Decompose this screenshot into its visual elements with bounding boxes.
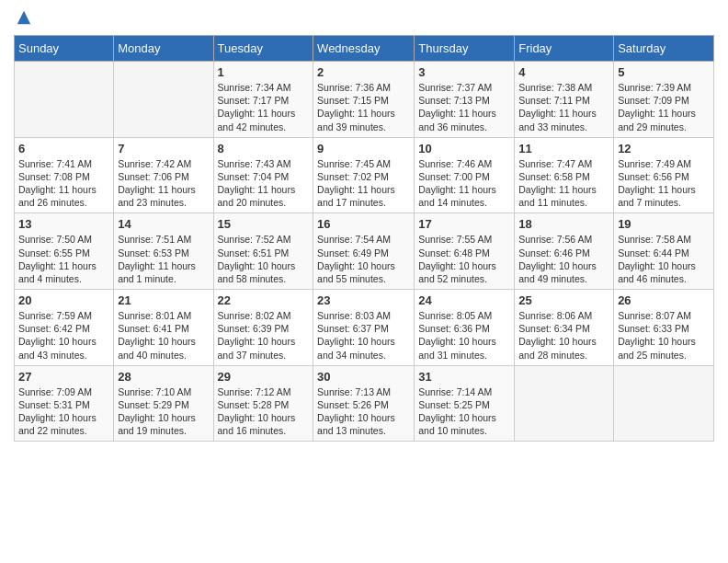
day-number: 4: [518, 65, 609, 79]
calendar-cell: 17Sunrise: 7:55 AM Sunset: 6:48 PM Dayli…: [415, 213, 515, 290]
weekday-header: Wednesday: [313, 36, 415, 62]
day-info: Sunrise: 7:49 AM Sunset: 6:56 PM Dayligh…: [618, 157, 710, 210]
day-info: Sunrise: 7:43 AM Sunset: 7:04 PM Dayligh…: [218, 157, 310, 210]
calendar-cell: 4Sunrise: 7:38 AM Sunset: 7:11 PM Daylig…: [515, 62, 614, 138]
weekday-header: Friday: [515, 36, 614, 62]
weekday-header: Sunday: [15, 36, 114, 62]
day-info: Sunrise: 7:36 AM Sunset: 7:15 PM Dayligh…: [317, 81, 410, 133]
calendar-week-row: 6Sunrise: 7:41 AM Sunset: 7:08 PM Daylig…: [15, 137, 714, 213]
calendar-cell: 19Sunrise: 7:58 AM Sunset: 6:44 PM Dayli…: [614, 213, 714, 290]
calendar-cell: 13Sunrise: 7:50 AM Sunset: 6:55 PM Dayli…: [15, 213, 114, 290]
logo: [14, 9, 32, 26]
calendar-cell: 18Sunrise: 7:56 AM Sunset: 6:46 PM Dayli…: [515, 213, 614, 290]
day-number: 16: [317, 217, 410, 231]
calendar-cell: 27Sunrise: 7:09 AM Sunset: 5:31 PM Dayli…: [15, 365, 114, 442]
calendar-cell: 1Sunrise: 7:34 AM Sunset: 7:17 PM Daylig…: [213, 62, 313, 138]
day-info: Sunrise: 7:58 AM Sunset: 6:44 PM Dayligh…: [618, 233, 710, 285]
day-info: Sunrise: 7:41 AM Sunset: 7:08 PM Dayligh…: [18, 157, 109, 210]
weekday-header: Monday: [114, 36, 213, 62]
day-number: 10: [418, 142, 510, 155]
calendar-cell: 20Sunrise: 7:59 AM Sunset: 6:42 PM Dayli…: [15, 290, 114, 366]
calendar-table: SundayMondayTuesdayWednesdayThursdayFrid…: [14, 35, 714, 442]
day-info: Sunrise: 7:39 AM Sunset: 7:09 PM Dayligh…: [618, 81, 710, 133]
day-number: 27: [18, 370, 109, 384]
day-number: 6: [18, 142, 109, 155]
calendar-cell: 10Sunrise: 7:46 AM Sunset: 7:00 PM Dayli…: [415, 137, 515, 213]
day-number: 30: [317, 370, 410, 384]
day-info: Sunrise: 8:02 AM Sunset: 6:39 PM Dayligh…: [218, 309, 310, 362]
calendar-cell: 28Sunrise: 7:10 AM Sunset: 5:29 PM Dayli…: [114, 365, 213, 442]
day-info: Sunrise: 8:05 AM Sunset: 6:36 PM Dayligh…: [418, 309, 510, 362]
calendar-cell: 29Sunrise: 7:12 AM Sunset: 5:28 PM Dayli…: [213, 365, 313, 442]
day-number: 19: [618, 217, 710, 231]
day-info: Sunrise: 7:54 AM Sunset: 6:49 PM Dayligh…: [317, 233, 410, 285]
day-number: 18: [518, 217, 609, 231]
calendar-cell: 22Sunrise: 8:02 AM Sunset: 6:39 PM Dayli…: [213, 290, 313, 366]
day-info: Sunrise: 7:42 AM Sunset: 7:06 PM Dayligh…: [118, 157, 209, 210]
day-number: 9: [317, 142, 410, 155]
calendar-week-row: 20Sunrise: 7:59 AM Sunset: 6:42 PM Dayli…: [15, 290, 714, 366]
day-number: 5: [618, 65, 710, 79]
calendar-cell: [515, 365, 614, 442]
day-info: Sunrise: 8:01 AM Sunset: 6:41 PM Dayligh…: [118, 309, 209, 362]
day-number: 20: [18, 293, 109, 307]
day-info: Sunrise: 7:38 AM Sunset: 7:11 PM Dayligh…: [518, 81, 609, 133]
day-info: Sunrise: 7:12 AM Sunset: 5:28 PM Dayligh…: [218, 385, 310, 438]
weekday-header: Saturday: [614, 36, 714, 62]
day-number: 29: [218, 370, 310, 384]
day-info: Sunrise: 7:56 AM Sunset: 6:46 PM Dayligh…: [518, 233, 609, 285]
day-number: 14: [118, 217, 209, 231]
calendar-cell: 7Sunrise: 7:42 AM Sunset: 7:06 PM Daylig…: [114, 137, 213, 213]
calendar-week-row: 13Sunrise: 7:50 AM Sunset: 6:55 PM Dayli…: [15, 213, 714, 290]
day-number: 24: [418, 293, 510, 307]
calendar-cell: 23Sunrise: 8:03 AM Sunset: 6:37 PM Dayli…: [313, 290, 415, 366]
day-info: Sunrise: 7:37 AM Sunset: 7:13 PM Dayligh…: [418, 81, 510, 133]
calendar-cell: 5Sunrise: 7:39 AM Sunset: 7:09 PM Daylig…: [614, 62, 714, 138]
day-info: Sunrise: 7:47 AM Sunset: 6:58 PM Dayligh…: [518, 157, 609, 210]
calendar-cell: 16Sunrise: 7:54 AM Sunset: 6:49 PM Dayli…: [313, 213, 415, 290]
weekday-header: Tuesday: [213, 36, 313, 62]
day-number: 1: [218, 65, 310, 79]
calendar-cell: [614, 365, 714, 442]
page-header: [14, 9, 714, 26]
day-number: 23: [317, 293, 410, 307]
day-info: Sunrise: 7:51 AM Sunset: 6:53 PM Dayligh…: [118, 233, 209, 285]
calendar-cell: 8Sunrise: 7:43 AM Sunset: 7:04 PM Daylig…: [213, 137, 313, 213]
day-number: 22: [218, 293, 310, 307]
day-number: 8: [218, 142, 310, 155]
calendar-cell: 2Sunrise: 7:36 AM Sunset: 7:15 PM Daylig…: [313, 62, 415, 138]
day-number: 17: [418, 217, 510, 231]
day-info: Sunrise: 7:10 AM Sunset: 5:29 PM Dayligh…: [118, 385, 209, 438]
calendar-cell: 3Sunrise: 7:37 AM Sunset: 7:13 PM Daylig…: [415, 62, 515, 138]
calendar-cell: 25Sunrise: 8:06 AM Sunset: 6:34 PM Dayli…: [515, 290, 614, 366]
day-number: 25: [518, 293, 609, 307]
calendar-cell: 24Sunrise: 8:05 AM Sunset: 6:36 PM Dayli…: [415, 290, 515, 366]
weekday-header: Thursday: [415, 36, 515, 62]
calendar-cell: 12Sunrise: 7:49 AM Sunset: 6:56 PM Dayli…: [614, 137, 714, 213]
day-number: 31: [418, 370, 510, 384]
calendar-cell: 11Sunrise: 7:47 AM Sunset: 6:58 PM Dayli…: [515, 137, 614, 213]
day-number: 11: [518, 142, 609, 155]
day-info: Sunrise: 7:34 AM Sunset: 7:17 PM Dayligh…: [218, 81, 310, 133]
calendar-week-row: 27Sunrise: 7:09 AM Sunset: 5:31 PM Dayli…: [15, 365, 714, 442]
day-number: 12: [618, 142, 710, 155]
day-info: Sunrise: 7:13 AM Sunset: 5:26 PM Dayligh…: [317, 385, 410, 438]
logo-icon: [16, 9, 32, 26]
calendar-cell: 26Sunrise: 8:07 AM Sunset: 6:33 PM Dayli…: [614, 290, 714, 366]
calendar-cell: 6Sunrise: 7:41 AM Sunset: 7:08 PM Daylig…: [15, 137, 114, 213]
weekday-header-row: SundayMondayTuesdayWednesdayThursdayFrid…: [15, 36, 714, 62]
calendar-cell: [114, 62, 213, 138]
calendar-cell: 15Sunrise: 7:52 AM Sunset: 6:51 PM Dayli…: [213, 213, 313, 290]
day-number: 3: [418, 65, 510, 79]
day-number: 21: [118, 293, 209, 307]
day-info: Sunrise: 8:03 AM Sunset: 6:37 PM Dayligh…: [317, 309, 410, 362]
calendar-cell: 14Sunrise: 7:51 AM Sunset: 6:53 PM Dayli…: [114, 213, 213, 290]
calendar-cell: 30Sunrise: 7:13 AM Sunset: 5:26 PM Dayli…: [313, 365, 415, 442]
calendar-cell: 9Sunrise: 7:45 AM Sunset: 7:02 PM Daylig…: [313, 137, 415, 213]
calendar-week-row: 1Sunrise: 7:34 AM Sunset: 7:17 PM Daylig…: [15, 62, 714, 138]
day-number: 2: [317, 65, 410, 79]
calendar-cell: 21Sunrise: 8:01 AM Sunset: 6:41 PM Dayli…: [114, 290, 213, 366]
calendar-cell: [15, 62, 114, 138]
day-info: Sunrise: 7:45 AM Sunset: 7:02 PM Dayligh…: [317, 157, 410, 210]
day-info: Sunrise: 7:59 AM Sunset: 6:42 PM Dayligh…: [18, 309, 109, 362]
